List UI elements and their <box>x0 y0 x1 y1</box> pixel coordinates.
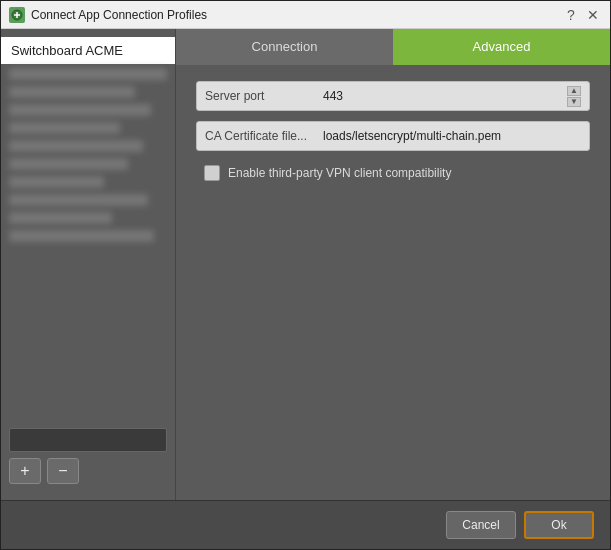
dialog-window: Connect App Connection Profiles ? ✕ Swit… <box>0 0 611 550</box>
tab-bar: Connection Advanced <box>176 29 610 65</box>
sidebar-text-input[interactable] <box>9 428 167 452</box>
tab-connection[interactable]: Connection <box>176 29 393 65</box>
sidebar-blurred-row <box>9 176 104 188</box>
remove-profile-button[interactable]: − <box>47 458 79 484</box>
add-profile-button[interactable]: + <box>9 458 41 484</box>
sidebar-blurred-row <box>9 194 148 206</box>
dialog-title: Connect App Connection Profiles <box>31 8 207 22</box>
main-content: Connection Advanced Server port 443 ▲ ▼ <box>176 29 610 500</box>
sidebar-action-buttons: + − <box>9 458 167 484</box>
spin-down-button[interactable]: ▼ <box>567 97 581 107</box>
title-bar-left: Connect App Connection Profiles <box>9 7 207 23</box>
ca-cert-label[interactable]: CA Certificate file... <box>205 129 315 143</box>
title-bar: Connect App Connection Profiles ? ✕ <box>1 1 610 29</box>
sidebar-blurred-row <box>9 122 120 134</box>
vpn-checkbox[interactable] <box>204 165 220 181</box>
close-button[interactable]: ✕ <box>584 6 602 24</box>
sidebar-blurred-row <box>9 68 167 80</box>
tab-advanced[interactable]: Advanced <box>393 29 610 65</box>
server-port-spinner[interactable]: ▲ ▼ <box>567 86 581 107</box>
sidebar-blurred-row <box>9 212 112 224</box>
ok-button[interactable]: Ok <box>524 511 594 539</box>
dialog-footer: Cancel Ok <box>1 500 610 549</box>
sidebar-blurred-row <box>9 140 143 152</box>
sidebar-blurred-row <box>9 230 154 242</box>
sidebar-blurred-row <box>9 104 151 116</box>
server-port-value[interactable]: 443 <box>323 89 559 103</box>
ca-cert-value[interactable]: loads/letsencrypt/multi-chain.pem <box>323 129 581 143</box>
dialog-body: Switchboard ACME + − <box>1 29 610 500</box>
title-bar-controls: ? ✕ <box>562 6 602 24</box>
vpn-checkbox-row: Enable third-party VPN client compatibil… <box>196 161 590 185</box>
tab-advanced-content: Server port 443 ▲ ▼ CA Certificate file.… <box>176 65 610 500</box>
sidebar-item-switchboard-acme[interactable]: Switchboard ACME <box>1 37 175 64</box>
sidebar-footer: + − <box>1 420 175 492</box>
sidebar-blurred-row <box>9 86 135 98</box>
connect-icon <box>9 7 25 23</box>
sidebar: Switchboard ACME + − <box>1 29 176 500</box>
server-port-row: Server port 443 ▲ ▼ <box>196 81 590 111</box>
cancel-button[interactable]: Cancel <box>446 511 516 539</box>
sidebar-blurred-row <box>9 158 128 170</box>
help-button[interactable]: ? <box>562 6 580 24</box>
sidebar-blurred-content <box>1 64 175 252</box>
spin-up-button[interactable]: ▲ <box>567 86 581 96</box>
server-port-label: Server port <box>205 89 315 103</box>
vpn-checkbox-label: Enable third-party VPN client compatibil… <box>228 166 451 180</box>
ca-cert-row: CA Certificate file... loads/letsencrypt… <box>196 121 590 151</box>
